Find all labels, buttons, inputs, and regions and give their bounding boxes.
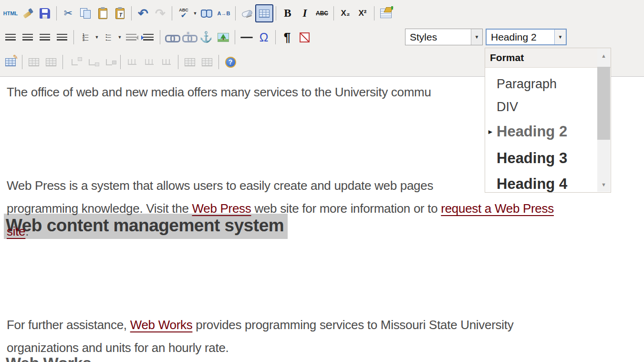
show-table-borders-button[interactable] <box>256 5 273 22</box>
indent-button[interactable] <box>140 29 157 46</box>
numbered-list-caret[interactable]: ▼ <box>94 35 100 40</box>
edit-table-button[interactable]: ✎ <box>2 53 19 71</box>
justify-button[interactable] <box>53 29 71 46</box>
italic-icon: I <box>303 7 307 20</box>
paste-as-text-icon: T <box>115 8 125 19</box>
insert-cell-after-button[interactable] <box>83 53 100 71</box>
html-source-button[interactable]: HTML <box>2 5 19 22</box>
paragraph-2-line-1: Web Press is a system that allows users … <box>7 178 433 193</box>
paintbrush-button[interactable] <box>19 5 36 22</box>
insert-cell-after-icon <box>89 59 95 65</box>
link-button[interactable] <box>163 29 180 46</box>
split-cells-button[interactable] <box>198 53 216 71</box>
editor-window: HTML ✂ T ↶ ↷ ABC ✔ ▼ A→B <box>0 0 644 362</box>
scroll-up-arrow-icon[interactable]: ▲ <box>597 51 610 61</box>
format-combo-caret: ▼ <box>554 30 566 44</box>
find-binoculars-icon <box>200 10 213 18</box>
insert-image-button[interactable] <box>215 29 232 46</box>
superscript-button[interactable]: X² <box>354 5 371 22</box>
numbered-list-button[interactable] <box>77 29 94 46</box>
paragraph-text: For further assistance, <box>7 318 130 332</box>
toolbar-separator <box>73 30 74 44</box>
image-tree-icon <box>218 33 229 42</box>
selected-item-marker: ▸ <box>488 127 492 136</box>
table-cell-properties-button[interactable] <box>42 53 60 71</box>
web-works-link[interactable]: Web Works <box>130 318 193 332</box>
outdent-button[interactable] <box>123 29 140 46</box>
toolbar-separator <box>333 6 334 21</box>
merge-cells-button[interactable] <box>181 53 198 71</box>
format-combo-value: Heading 2 <box>487 30 554 44</box>
copy-button[interactable] <box>77 5 94 22</box>
toolbar-separator <box>235 30 235 44</box>
outdent-icon <box>126 34 136 41</box>
horizontal-rule-button[interactable] <box>238 29 255 46</box>
request-web-press-link[interactable]: request a Web Press <box>441 201 554 216</box>
document-properties-icon <box>380 9 392 18</box>
help-icon: ? <box>225 57 236 68</box>
redo-button[interactable]: ↷ <box>152 5 169 22</box>
find-button[interactable] <box>198 5 215 22</box>
paste-as-text-button[interactable]: T <box>111 5 128 22</box>
dropdown-scrollbar[interactable]: ▲ ▼ <box>597 49 610 192</box>
bulleted-list-button[interactable] <box>100 29 117 46</box>
delete-cell-icon <box>106 59 112 65</box>
strikethrough-button[interactable]: ABC <box>313 5 331 22</box>
format-option-heading-4[interactable]: Heading 4 <box>485 172 611 197</box>
format-option-heading-3[interactable]: Heading 3 <box>485 145 611 172</box>
spellcheck-dropdown-caret[interactable]: ▼ <box>192 11 198 16</box>
toolbar-separator <box>172 6 172 21</box>
align-left-button[interactable] <box>2 29 19 46</box>
insert-cell-before-button[interactable] <box>66 53 83 71</box>
bulleted-list-caret[interactable]: ▼ <box>117 35 123 40</box>
page-break-button[interactable] <box>296 29 313 46</box>
undo-button[interactable]: ↶ <box>135 5 152 22</box>
format-option-div[interactable]: DIV <box>485 95 611 118</box>
italic-button[interactable]: I <box>296 5 313 22</box>
remove-format-button[interactable] <box>239 5 256 22</box>
cut-icon: ✂ <box>64 8 73 19</box>
scrollbar-thumb[interactable] <box>597 67 610 140</box>
table-row-properties-button[interactable] <box>25 53 42 71</box>
insert-column-after-button[interactable] <box>141 53 158 71</box>
anchor-button[interactable]: ⚓ <box>197 29 215 46</box>
align-center-button[interactable] <box>19 29 36 46</box>
paragraph-1: The office of web and new media offers m… <box>7 85 431 100</box>
delete-column-button[interactable] <box>158 53 175 71</box>
styles-combo[interactable]: Styles ▼ <box>405 29 483 45</box>
special-character-button[interactable]: Ω <box>255 29 272 46</box>
toolbar-row-1: HTML ✂ T ↶ ↷ ABC ✔ ▼ A→B <box>2 3 644 24</box>
spellcheck-button[interactable]: ABC ✔ <box>175 5 192 22</box>
format-combo[interactable]: Heading 2 ▼ <box>486 29 567 45</box>
insert-column-before-button[interactable] <box>124 53 141 71</box>
styles-combo-value: Styles <box>405 29 471 45</box>
toolbar-separator <box>276 6 276 21</box>
paragraph-3-line-2: organizations and units for an hourly ra… <box>7 341 229 355</box>
align-right-button[interactable] <box>36 29 53 46</box>
format-option-paragraph[interactable]: Paragraph <box>485 72 611 95</box>
paragraph-2-line-2: programming knowledge. Visit the Web Pre… <box>7 201 554 216</box>
paintbrush-icon <box>22 8 33 19</box>
omega-icon: Ω <box>260 31 269 44</box>
toolbar-row-2: ▼ ▼ ✳ ⚓ Ω ¶ Styles ▼ Heading 2 ▼ <box>2 27 644 48</box>
cut-button[interactable]: ✂ <box>60 5 77 22</box>
bulleted-list-icon <box>106 33 111 41</box>
format-dropdown-panel: Format Paragraph DIV ▸ Heading 2 Heading… <box>485 48 611 193</box>
toolbar-separator <box>160 30 160 44</box>
document-properties-button[interactable] <box>377 5 395 22</box>
paragraph-text: . <box>25 224 29 238</box>
replace-button[interactable]: A→B <box>215 5 232 22</box>
unlink-button[interactable]: ✳ <box>180 29 197 46</box>
request-web-press-link-continued[interactable]: site <box>7 224 25 238</box>
help-button[interactable]: ? <box>222 53 239 71</box>
delete-cell-button[interactable] <box>100 53 117 71</box>
web-press-link[interactable]: Web Press <box>192 201 251 216</box>
paste-button[interactable] <box>94 5 111 22</box>
format-option-heading-2[interactable]: ▸ Heading 2 <box>485 118 611 145</box>
bold-button[interactable]: B <box>279 5 296 22</box>
scroll-down-arrow-icon[interactable]: ▼ <box>597 179 610 190</box>
show-paragraph-marks-button[interactable]: ¶ <box>279 29 296 46</box>
paragraph-text: provides programming services to Missour… <box>192 318 513 332</box>
save-button[interactable] <box>36 5 53 22</box>
subscript-button[interactable]: X₂ <box>337 5 354 22</box>
